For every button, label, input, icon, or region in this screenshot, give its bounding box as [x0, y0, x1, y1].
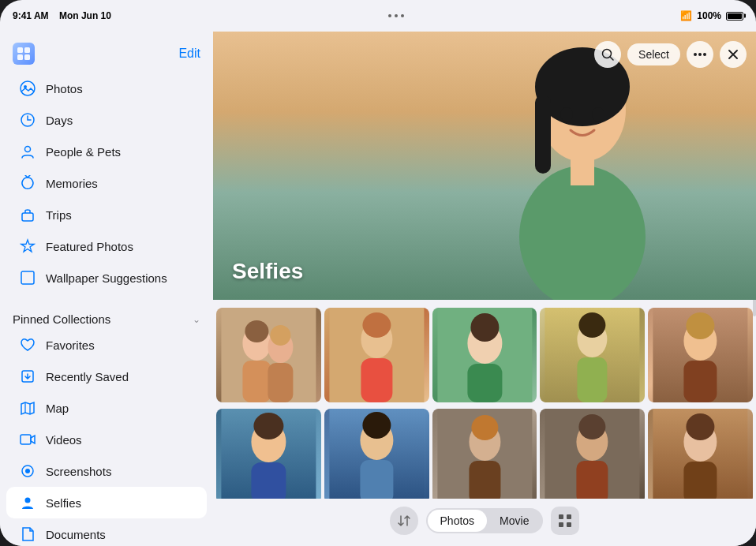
- photo-thumb-1[interactable]: [216, 308, 321, 402]
- photo-thumb-5[interactable]: [648, 308, 753, 402]
- search-button[interactable]: [594, 41, 621, 68]
- svg-point-22: [592, 107, 604, 122]
- sidebar-item-selfies[interactable]: Selfies: [6, 487, 207, 518]
- map-icon: [19, 399, 36, 417]
- svg-rect-24: [571, 154, 594, 185]
- screenshots-label: Screenshots: [46, 465, 111, 478]
- svg-rect-63: [469, 461, 500, 499]
- status-bar: 9:41 AM Mon Jun 10 📶 100%: [0, 0, 756, 32]
- svg-point-14: [25, 498, 31, 503]
- sidebar-item-wallpaper[interactable]: Wallpaper Suggestions: [6, 262, 207, 294]
- featured-photos-label: Featured Photos: [46, 240, 133, 253]
- svg-rect-20: [535, 95, 551, 174]
- svg-point-50: [687, 312, 715, 339]
- photos-label: Photos: [46, 82, 83, 95]
- dot-3: [401, 14, 404, 17]
- svg-rect-0: [17, 47, 23, 53]
- dot-1: [388, 14, 391, 17]
- selfies-hero-title: Selfies: [232, 259, 303, 284]
- svg-point-26: [694, 53, 697, 56]
- svg-rect-9: [21, 271, 34, 284]
- battery-label: 100%: [697, 10, 721, 21]
- edit-button[interactable]: Edit: [178, 47, 200, 61]
- bottom-controls: Photos Movie: [213, 499, 756, 546]
- svg-rect-34: [242, 361, 271, 402]
- svg-rect-72: [559, 514, 563, 519]
- svg-point-23: [519, 166, 646, 300]
- battery-fill: [728, 13, 742, 19]
- svg-point-21: [560, 107, 573, 122]
- sort-button[interactable]: [390, 507, 418, 535]
- svg-point-42: [470, 313, 499, 342]
- sidebar-item-map[interactable]: Map: [6, 392, 207, 424]
- pinned-collections-title: Pinned Collections: [13, 312, 110, 326]
- svg-rect-67: [577, 461, 608, 499]
- photo-thumb-3[interactable]: [432, 308, 537, 402]
- svg-rect-39: [361, 358, 392, 402]
- svg-rect-2: [17, 54, 23, 60]
- more-button[interactable]: [687, 41, 713, 68]
- photo-thumb-2[interactable]: [324, 308, 429, 402]
- app-logo: [13, 43, 35, 65]
- svg-rect-59: [360, 460, 393, 499]
- wallpaper-label: Wallpaper Suggestions: [46, 271, 167, 285]
- videos-icon: [19, 431, 36, 448]
- svg-point-28: [703, 53, 706, 56]
- svg-rect-35: [268, 363, 293, 402]
- favorites-icon: [19, 336, 36, 353]
- people-pets-icon: [19, 143, 36, 160]
- sidebar-item-documents[interactable]: Documents: [6, 518, 207, 546]
- photo-thumb-6[interactable]: [216, 409, 321, 499]
- photo-thumb-7[interactable]: [324, 409, 429, 499]
- photo-thumb-10[interactable]: [648, 409, 753, 499]
- svg-rect-55: [251, 462, 286, 499]
- close-button[interactable]: [720, 41, 747, 68]
- svg-point-54: [253, 413, 283, 439]
- photo-thumb-8[interactable]: [432, 409, 537, 499]
- sidebar-item-photos[interactable]: Photos: [6, 73, 207, 104]
- svg-point-31: [245, 320, 268, 342]
- photo-grid-section[interactable]: [213, 300, 756, 499]
- favorites-label: Favorites: [46, 338, 95, 352]
- sidebar[interactable]: Edit Photos: [0, 32, 213, 546]
- photos-icon: [19, 80, 36, 97]
- selfies-hero: Selfies Select: [213, 32, 756, 300]
- dot-2: [395, 14, 398, 17]
- sidebar-item-memories[interactable]: Memories: [6, 167, 207, 199]
- segment-movie[interactable]: Movie: [487, 510, 541, 532]
- photo-thumb-4[interactable]: [540, 308, 645, 402]
- sidebar-item-featured-photos[interactable]: Featured Photos: [6, 230, 207, 262]
- app-container: Edit Photos: [0, 32, 756, 546]
- segment-photos[interactable]: Photos: [428, 510, 488, 532]
- photo-row-1: [213, 306, 756, 404]
- svg-rect-3: [24, 54, 30, 60]
- sidebar-item-videos[interactable]: Videos: [6, 424, 207, 455]
- selfies-label: Selfies: [46, 496, 81, 510]
- days-icon: [19, 111, 36, 129]
- status-right: 📶 100%: [680, 10, 743, 21]
- svg-rect-8: [22, 213, 33, 221]
- svg-rect-1: [24, 47, 30, 53]
- main-content: Selfies Select: [213, 32, 756, 546]
- sidebar-item-recently-saved[interactable]: Recently Saved: [6, 361, 207, 392]
- sidebar-item-favorites[interactable]: Favorites: [6, 329, 207, 361]
- svg-point-66: [579, 414, 606, 439]
- sidebar-item-days[interactable]: Days: [6, 104, 207, 136]
- wifi-icon: 📶: [680, 10, 692, 21]
- photo-thumb-9[interactable]: [540, 409, 645, 499]
- sidebar-item-people-pets[interactable]: People & Pets: [6, 136, 207, 167]
- sidebar-item-screenshots[interactable]: Screenshots: [6, 455, 207, 487]
- svg-point-58: [362, 412, 391, 439]
- selfies-icon: [19, 494, 36, 511]
- sidebar-item-trips[interactable]: Trips: [6, 199, 207, 230]
- svg-point-4: [21, 81, 35, 95]
- screenshots-icon: [19, 462, 36, 480]
- pinned-collections-header[interactable]: Pinned Collections ⌄: [0, 306, 213, 329]
- svg-rect-51: [684, 361, 717, 402]
- svg-rect-74: [559, 522, 563, 527]
- select-button[interactable]: Select: [627, 43, 680, 65]
- svg-rect-43: [467, 364, 502, 402]
- grid-view-button[interactable]: [551, 507, 579, 535]
- svg-point-70: [687, 413, 715, 440]
- ipad-frame: 9:41 AM Mon Jun 10 📶 100%: [0, 0, 756, 546]
